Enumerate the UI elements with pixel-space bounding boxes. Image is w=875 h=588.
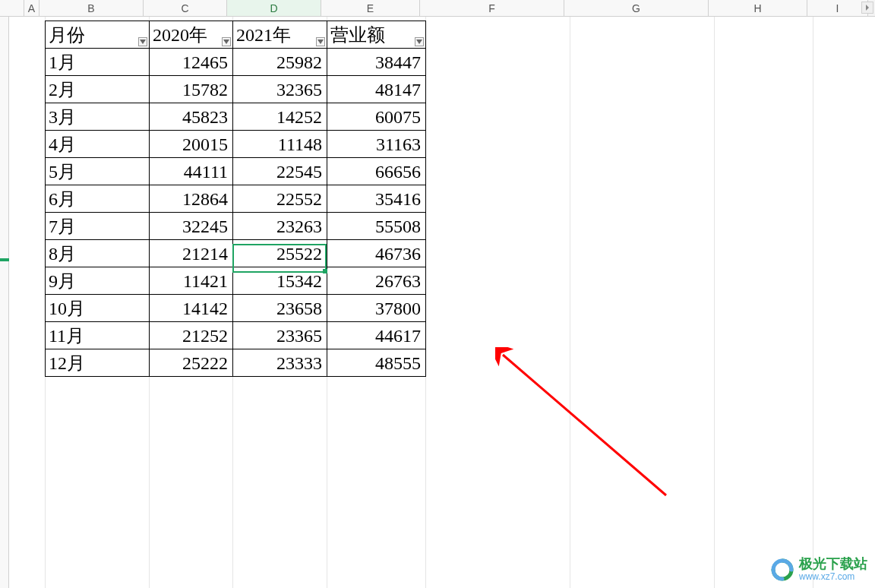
- table-row[interactable]: 8月212142552246736: [46, 240, 426, 267]
- cell-month[interactable]: 7月: [46, 213, 150, 240]
- sheet-canvas[interactable]: 月份 2020年 2021年: [9, 17, 875, 588]
- col-header-e[interactable]: E: [321, 0, 420, 16]
- table-row[interactable]: 7月322452326355508: [46, 213, 426, 240]
- cell-2020[interactable]: 21214: [150, 240, 233, 267]
- header-2021[interactable]: 2021年: [233, 21, 327, 49]
- cell-2020[interactable]: 15782: [150, 76, 233, 103]
- filter-icon[interactable]: [415, 37, 424, 46]
- spreadsheet-area: A B C D E F G H I 月份: [0, 0, 875, 588]
- cell-month[interactable]: 5月: [46, 158, 150, 185]
- table-row[interactable]: 10月141422365837800: [46, 295, 426, 322]
- cell-2021[interactable]: 32365: [233, 76, 327, 103]
- table-row[interactable]: 5月441112254566656: [46, 158, 426, 185]
- cell-month[interactable]: 12月: [46, 349, 150, 377]
- cell-2021[interactable]: 23365: [233, 322, 327, 349]
- cell-2021[interactable]: 22545: [233, 158, 327, 185]
- active-row-marker: [0, 258, 9, 261]
- row-header-bar[interactable]: [0, 17, 9, 588]
- cell-revenue[interactable]: 38447: [327, 49, 426, 76]
- cell-revenue[interactable]: 37800: [327, 295, 426, 322]
- cell-month[interactable]: 3月: [46, 103, 150, 131]
- table-row[interactable]: 6月128642255235416: [46, 185, 426, 213]
- table-row[interactable]: 2月157823236548147: [46, 76, 426, 103]
- cell-revenue[interactable]: 26763: [327, 267, 426, 295]
- select-all-corner[interactable]: [0, 0, 24, 16]
- header-2021-label: 2021年: [236, 25, 291, 45]
- col-header-d[interactable]: D: [227, 0, 321, 16]
- cell-2020[interactable]: 45823: [150, 103, 233, 131]
- header-2020[interactable]: 2020年: [150, 21, 233, 49]
- table-row[interactable]: 11月212522336544617: [46, 322, 426, 349]
- cell-2021[interactable]: 23263: [233, 213, 327, 240]
- cell-revenue[interactable]: 31163: [327, 131, 426, 158]
- cell-month[interactable]: 8月: [46, 240, 150, 267]
- col-header-b[interactable]: B: [39, 0, 144, 16]
- table-header-row: 月份 2020年 2021年: [46, 21, 426, 49]
- watermark-logo-icon: [770, 558, 794, 582]
- cell-2021[interactable]: 23333: [233, 349, 327, 377]
- scroll-right-button[interactable]: [861, 2, 873, 14]
- header-2020-label: 2020年: [153, 25, 207, 45]
- watermark: 极光下载站 www.xz7.com: [770, 557, 867, 582]
- cell-2021[interactable]: 11148: [233, 131, 327, 158]
- cell-2020[interactable]: 20015: [150, 131, 233, 158]
- cell-month[interactable]: 11月: [46, 322, 150, 349]
- cell-revenue[interactable]: 44617: [327, 322, 426, 349]
- cell-2021[interactable]: 22552: [233, 185, 327, 213]
- cell-2020[interactable]: 12465: [150, 49, 233, 76]
- column-header-row: A B C D E F G H I: [0, 0, 875, 17]
- col-header-h[interactable]: H: [709, 0, 807, 16]
- col-header-g[interactable]: G: [564, 0, 709, 16]
- header-month-label: 月份: [49, 25, 85, 45]
- table-row[interactable]: 12月252222333348555: [46, 349, 426, 377]
- cell-month[interactable]: 9月: [46, 267, 150, 295]
- cell-2020[interactable]: 32245: [150, 213, 233, 240]
- cell-2021[interactable]: 15342: [233, 267, 327, 295]
- cell-2020[interactable]: 11421: [150, 267, 233, 295]
- cell-2021[interactable]: 23658: [233, 295, 327, 322]
- cell-revenue[interactable]: 48147: [327, 76, 426, 103]
- cell-month[interactable]: 2月: [46, 76, 150, 103]
- cell-month[interactable]: 6月: [46, 185, 150, 213]
- header-revenue[interactable]: 营业额: [327, 21, 426, 49]
- col-header-f[interactable]: F: [420, 0, 564, 16]
- cell-2020[interactable]: 14142: [150, 295, 233, 322]
- cell-revenue[interactable]: 35416: [327, 185, 426, 213]
- header-month[interactable]: 月份: [46, 21, 150, 49]
- header-revenue-label: 营业额: [330, 25, 385, 45]
- watermark-url: www.xz7.com: [799, 572, 867, 582]
- filter-icon[interactable]: [138, 37, 147, 46]
- cell-2020[interactable]: 44111: [150, 158, 233, 185]
- cell-2020[interactable]: 25222: [150, 349, 233, 377]
- svg-line-0: [503, 355, 666, 495]
- cell-revenue[interactable]: 55508: [327, 213, 426, 240]
- col-header-i[interactable]: I: [807, 0, 868, 16]
- cell-2021[interactable]: 25522: [233, 240, 327, 267]
- cell-month[interactable]: 1月: [46, 49, 150, 76]
- cell-month[interactable]: 10月: [46, 295, 150, 322]
- cell-2021[interactable]: 25982: [233, 49, 327, 76]
- watermark-title: 极光下载站: [799, 557, 867, 572]
- cell-revenue[interactable]: 66656: [327, 158, 426, 185]
- col-header-a[interactable]: A: [24, 0, 39, 16]
- col-header-c[interactable]: C: [144, 0, 227, 16]
- table-row[interactable]: 9月114211534226763: [46, 267, 426, 295]
- data-table[interactable]: 月份 2020年 2021年: [45, 21, 426, 377]
- cell-revenue[interactable]: 46736: [327, 240, 426, 267]
- cell-revenue[interactable]: 60075: [327, 103, 426, 131]
- table-row[interactable]: 4月200151114831163: [46, 131, 426, 158]
- cell-month[interactable]: 4月: [46, 131, 150, 158]
- filter-icon[interactable]: [316, 37, 325, 46]
- table-row[interactable]: 1月124652598238447: [46, 49, 426, 76]
- table-row[interactable]: 3月458231425260075: [46, 103, 426, 131]
- cell-2020[interactable]: 12864: [150, 185, 233, 213]
- filter-icon[interactable]: [222, 37, 231, 46]
- cell-2021[interactable]: 14252: [233, 103, 327, 131]
- annotation-arrow: [495, 347, 678, 507]
- cell-revenue[interactable]: 48555: [327, 349, 426, 377]
- cell-2020[interactable]: 21252: [150, 322, 233, 349]
